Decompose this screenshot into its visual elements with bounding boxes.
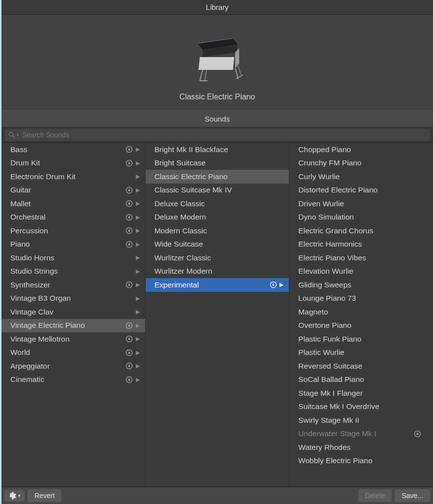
list-item[interactable]: Experimental▶ (146, 278, 289, 292)
list-item[interactable]: Curly Wurlie (289, 170, 433, 184)
footer-toolbar: ▾ Revert Delete Save... (1, 487, 433, 504)
list-item-label: Piano (10, 240, 125, 249)
list-item-label: Deluxe Modern (155, 213, 270, 221)
list-item[interactable]: Underwater Stage Mk I (289, 427, 433, 441)
list-item-label: Guitar (10, 186, 125, 194)
list-item[interactable]: Studio Horns▶ (1, 251, 145, 265)
list-item[interactable]: Driven Wurlie (289, 197, 433, 211)
list-item-label: Drum Kit (10, 158, 125, 167)
list-item[interactable]: Wurlitzer Classic (146, 251, 289, 265)
list-item[interactable]: Bright Mk II Blackface (146, 143, 289, 157)
download-icon[interactable] (125, 227, 133, 235)
list-item[interactable]: Plastic Funk Piano (289, 332, 433, 346)
download-icon[interactable] (125, 281, 133, 289)
list-item[interactable]: Suitcase Mk I Overdrive (289, 400, 433, 414)
list-item[interactable]: Magneto (289, 305, 433, 319)
download-icon[interactable] (125, 213, 133, 221)
list-item[interactable]: Stage Mk I Flanger (289, 386, 433, 400)
svg-line-7 (205, 70, 207, 81)
gear-menu-button[interactable]: ▾ (4, 490, 25, 502)
list-item[interactable]: Gliding Sweeps (289, 278, 433, 292)
list-item-label: Chopped Piano (298, 145, 413, 154)
list-item[interactable]: Dyno Simulation (289, 211, 433, 224)
list-item[interactable]: Chopped Piano (289, 143, 433, 157)
download-icon[interactable] (125, 321, 133, 329)
chevron-right-icon: ▶ (135, 349, 140, 356)
download-icon[interactable] (125, 240, 133, 248)
list-item-label: Mallet (10, 199, 125, 208)
list-item-label: SoCal Ballad Piano (298, 375, 413, 384)
list-item-label: Crunchy FM Piano (298, 158, 413, 167)
save-button[interactable]: Save... (395, 489, 430, 502)
list-item[interactable]: Swirly Stage Mk II (289, 413, 433, 427)
search-input[interactable] (22, 131, 426, 139)
list-item[interactable]: Electric Grand Chorus (289, 224, 433, 238)
download-icon[interactable] (125, 146, 133, 154)
list-item[interactable]: Bright Suitcase (146, 157, 289, 170)
list-item[interactable]: Wide Suitcase (146, 238, 289, 252)
list-item[interactable]: Reversed Suitcase (289, 359, 433, 373)
list-item[interactable]: Piano▶ (1, 238, 145, 252)
list-item[interactable]: Drum Kit▶ (1, 157, 145, 170)
list-item[interactable]: Modern Classic (146, 224, 289, 238)
list-item[interactable]: Electric Harmonics (289, 238, 433, 252)
download-icon[interactable] (125, 335, 133, 343)
list-item-label: Studio Strings (10, 267, 125, 276)
list-item[interactable]: Electronic Drum Kit▶ (1, 170, 145, 184)
list-item[interactable]: Orchestral▶ (1, 211, 145, 224)
list-item[interactable]: SoCal Ballad Piano (289, 373, 433, 387)
download-icon[interactable] (413, 430, 421, 438)
list-item[interactable]: Classic Electric Piano (146, 170, 289, 184)
list-item[interactable]: Distorted Electric Piano (289, 184, 433, 197)
list-item-label: Vintage B3 Organ (10, 294, 125, 303)
download-icon[interactable] (125, 159, 133, 167)
list-item[interactable]: Wurlitzer Modern (146, 265, 289, 279)
list-item-label: Swirly Stage Mk II (298, 416, 413, 425)
download-icon[interactable] (125, 200, 133, 208)
list-item[interactable]: Vintage Clav▶ (1, 305, 145, 319)
download-icon[interactable] (125, 186, 133, 194)
download-icon[interactable] (125, 362, 133, 370)
list-item[interactable]: Electric Piano Vibes (289, 251, 433, 265)
list-item-label: Plastic Wurlie (298, 348, 413, 357)
list-item[interactable]: Watery Rhodes (289, 441, 433, 454)
list-item[interactable]: Cinematic▶ (1, 373, 145, 387)
list-item[interactable]: Guitar▶ (1, 184, 145, 197)
list-item[interactable]: World▶ (1, 346, 145, 360)
categories-column[interactable]: Bass▶Drum Kit▶Electronic Drum Kit▶Guitar… (1, 143, 146, 487)
list-item-label: Wobbly Electric Piano (298, 456, 413, 465)
list-item[interactable]: Bass▶ (1, 143, 145, 157)
list-item[interactable]: Mallet▶ (1, 197, 145, 211)
list-item[interactable]: Arpeggiator▶ (1, 359, 145, 373)
list-item[interactable]: Percussion▶ (1, 224, 145, 238)
download-icon[interactable] (125, 376, 133, 383)
list-item[interactable]: Studio Strings▶ (1, 265, 145, 279)
download-icon[interactable] (125, 348, 133, 356)
list-item-label: Stage Mk I Flanger (298, 389, 413, 398)
list-item-label: World (10, 348, 125, 357)
list-item[interactable]: Deluxe Modern (146, 211, 289, 224)
list-item[interactable]: Synthesizer▶ (1, 278, 145, 292)
subcategories-column[interactable]: Bright Mk II BlackfaceBright SuitcaseCla… (146, 143, 290, 487)
list-item[interactable]: Deluxe Classic (146, 197, 289, 211)
chevron-right-icon: ▶ (279, 282, 284, 288)
search-field[interactable]: ▾ (4, 129, 430, 141)
list-item[interactable]: Vintage Mellotron▶ (1, 332, 145, 346)
delete-button[interactable]: Delete (358, 489, 392, 502)
list-item-label: Plastic Funk Piano (298, 335, 413, 344)
list-item[interactable]: Plastic Wurlie (289, 346, 433, 360)
list-item[interactable]: Vintage Electric Piano▶ (1, 319, 145, 333)
list-item[interactable]: Elevation Wurlie (289, 265, 433, 279)
presets-column[interactable]: Chopped PianoCrunchy FM PianoCurly Wurli… (289, 143, 433, 487)
chevron-down-icon[interactable]: ▾ (17, 132, 19, 137)
list-item[interactable]: Overtone Piano (289, 319, 433, 333)
list-item[interactable]: Lounge Piano 73 (289, 292, 433, 306)
revert-button[interactable]: Revert (28, 489, 62, 502)
list-item[interactable]: Crunchy FM Piano (289, 157, 433, 170)
download-icon[interactable] (269, 281, 277, 289)
chevron-right-icon: ▶ (135, 200, 140, 207)
list-item[interactable]: Wobbly Electric Piano (289, 454, 433, 468)
list-item[interactable]: Vintage B3 Organ▶ (1, 292, 145, 306)
list-item[interactable]: Classic Suitcase Mk IV (146, 184, 289, 197)
list-item-label: Classic Suitcase Mk IV (155, 186, 270, 194)
